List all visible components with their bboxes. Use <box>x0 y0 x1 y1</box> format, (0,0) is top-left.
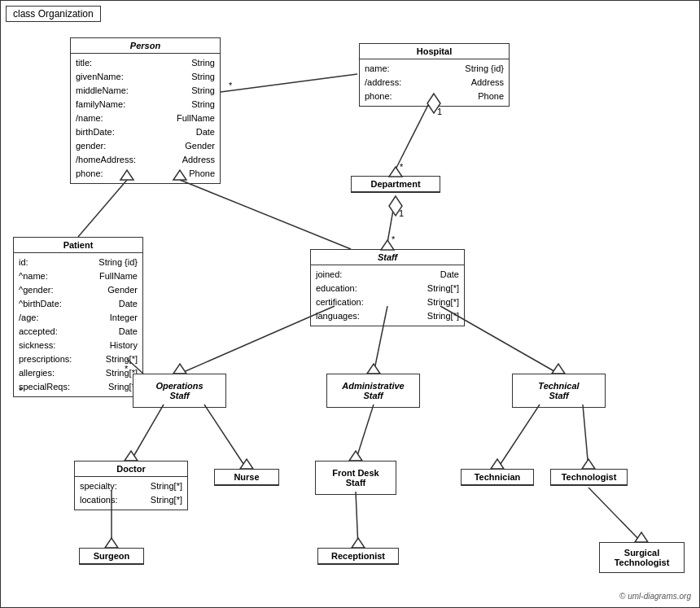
class-surgical-technologist-header: SurgicalTechnologist <box>600 543 684 572</box>
svg-marker-22 <box>173 364 186 374</box>
svg-line-27 <box>131 405 164 461</box>
svg-line-15 <box>221 74 357 92</box>
class-hospital-header: Hospital <box>360 44 509 59</box>
class-surgeon-header: Surgeon <box>80 549 143 564</box>
svg-text:1: 1 <box>437 107 442 116</box>
svg-line-41 <box>588 488 641 542</box>
svg-marker-30 <box>240 459 253 469</box>
class-department: Department <box>351 176 440 193</box>
class-staff-body: joined:Date education:String[*] certific… <box>311 265 464 326</box>
class-surgeon: Surgeon <box>79 548 144 565</box>
class-hospital-body: name:String {id} /address:Address phone:… <box>360 59 509 106</box>
uml-diagram: class Organization Person title:String g… <box>0 0 700 608</box>
svg-marker-32 <box>349 451 362 461</box>
class-technologist-header: Technologist <box>551 470 627 485</box>
svg-line-39 <box>356 492 358 548</box>
class-technical-staff-header: TechnicalStaff <box>513 374 605 407</box>
class-front-desk-staff-header: Front DeskStaff <box>316 461 396 494</box>
diagram-title: class Organization <box>6 6 101 22</box>
svg-marker-36 <box>582 459 595 469</box>
class-nurse: Nurse <box>214 469 279 486</box>
svg-line-10 <box>387 196 396 243</box>
class-front-desk-staff: Front DeskStaff <box>315 461 396 495</box>
class-administrative-staff: AdministrativeStaff <box>326 374 420 408</box>
svg-marker-26 <box>552 364 565 374</box>
class-technician-header: Technician <box>462 470 533 485</box>
svg-text:1: 1 <box>399 208 404 218</box>
class-person-body: title:String givenName:String middleName… <box>71 54 220 183</box>
class-operations-staff: OperationsStaff <box>133 374 226 408</box>
svg-line-31 <box>356 405 374 461</box>
class-administrative-staff-header: AdministrativeStaff <box>327 374 419 407</box>
svg-line-29 <box>204 405 247 469</box>
class-receptionist-header: Receptionist <box>318 549 398 564</box>
class-person-header: Person <box>71 38 220 54</box>
class-nurse-header: Nurse <box>215 470 278 485</box>
class-staff: Staff joined:Date education:String[*] ce… <box>310 249 465 326</box>
svg-marker-34 <box>491 459 504 469</box>
class-department-header: Department <box>352 177 440 192</box>
class-patient-body: id:String {id} ^name:FullName ^gender:Ge… <box>14 253 142 396</box>
class-receptionist: Receptionist <box>317 548 399 565</box>
class-patient: Patient id:String {id} ^name:FullName ^g… <box>13 237 143 397</box>
svg-line-33 <box>497 405 540 469</box>
svg-marker-24 <box>367 364 380 374</box>
svg-marker-28 <box>125 451 138 461</box>
class-doctor-header: Doctor <box>75 461 187 477</box>
class-staff-header: Staff <box>311 250 464 265</box>
class-operations-staff-header: OperationsStaff <box>133 374 225 407</box>
class-technical-staff: TechnicalStaff <box>512 374 606 408</box>
class-technician: Technician <box>461 469 534 486</box>
svg-marker-42 <box>635 532 648 542</box>
copyright-text: © uml-diagrams.org <box>619 592 691 601</box>
svg-line-19 <box>180 180 351 249</box>
class-doctor: Doctor specialty:String[*] locations:Str… <box>74 461 188 510</box>
class-patient-header: Patient <box>14 238 142 253</box>
class-technologist: Technologist <box>550 469 628 486</box>
svg-marker-40 <box>352 538 365 548</box>
class-doctor-body: specialty:String[*] locations:String[*] <box>75 477 187 510</box>
svg-text:*: * <box>229 81 233 90</box>
svg-line-35 <box>583 405 588 469</box>
svg-text:*: * <box>400 162 404 172</box>
svg-text:*: * <box>392 234 396 244</box>
class-hospital: Hospital name:String {id} /address:Addre… <box>359 43 510 107</box>
svg-marker-38 <box>105 538 118 548</box>
svg-line-17 <box>78 180 127 237</box>
svg-marker-11 <box>389 196 402 216</box>
class-surgical-technologist: SurgicalTechnologist <box>599 542 685 573</box>
class-person: Person title:String givenName:String mid… <box>70 37 221 184</box>
